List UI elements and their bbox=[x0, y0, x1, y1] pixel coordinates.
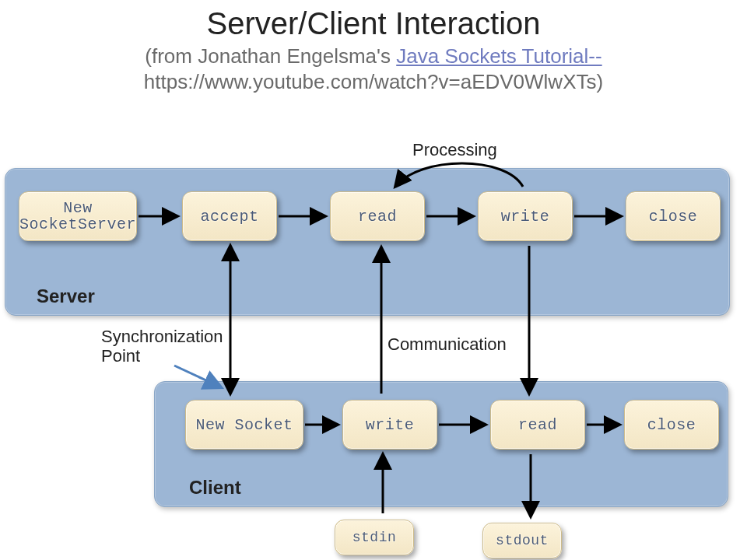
server-node-read: read bbox=[330, 191, 425, 241]
annotation-sync-point: Synchronization Point bbox=[101, 327, 223, 366]
diagram-stage: Server/Client Interaction (from Jonathan… bbox=[0, 0, 747, 560]
client-node-new-socket: New Socket bbox=[185, 400, 303, 450]
server-node-accept: accept bbox=[182, 191, 277, 241]
slide-title: Server/Client Interaction bbox=[0, 6, 747, 40]
server-panel-label: Server bbox=[37, 285, 95, 307]
annotation-processing: Processing bbox=[412, 140, 497, 159]
server-panel: Server bbox=[5, 168, 730, 316]
subtitle-url: https://www.youtube.com/watch?v=aEDV0Wlw… bbox=[144, 70, 603, 93]
server-node-close: close bbox=[626, 191, 721, 241]
io-node-stdout: stdout bbox=[482, 523, 562, 558]
client-node-read: read bbox=[490, 400, 585, 450]
server-node-new-socketserver: New SocketServer bbox=[19, 191, 137, 241]
title-block: Server/Client Interaction (from Jonathan… bbox=[0, 6, 747, 94]
client-node-write: write bbox=[342, 400, 437, 450]
slide-subtitle: (from Jonathan Engelsma's Java Sockets T… bbox=[0, 44, 747, 94]
annotation-communication: Communication bbox=[388, 334, 507, 354]
client-node-close: close bbox=[624, 400, 719, 450]
client-panel-label: Client bbox=[189, 477, 241, 499]
subtitle-prefix: (from Jonathan Engelsma's bbox=[145, 44, 396, 68]
subtitle-link[interactable]: Java Sockets Tutorial-- bbox=[396, 44, 601, 68]
io-node-stdin: stdin bbox=[335, 520, 414, 555]
server-node-write: write bbox=[478, 191, 573, 241]
